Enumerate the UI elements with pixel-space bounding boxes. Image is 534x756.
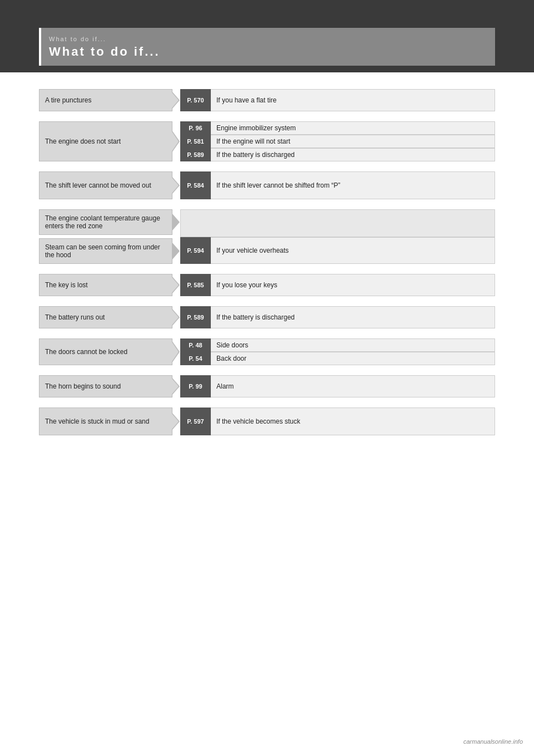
left-cell-battery: The battery runs out bbox=[39, 306, 172, 328]
page-num-overheat: P. 594 bbox=[180, 237, 211, 264]
left-cell-tire: A tire punctures bbox=[39, 89, 172, 111]
page-num-engine-3: P. 589 bbox=[180, 148, 211, 161]
left-label-shift-lever: The shift lever cannot be moved out bbox=[45, 181, 151, 189]
left-cell-key-lost: The key is lost bbox=[39, 274, 172, 296]
header-subtitle: What to do if... bbox=[49, 36, 485, 42]
page-num-tire: P. 570 bbox=[180, 89, 211, 111]
left-label-tire: A tire punctures bbox=[45, 96, 91, 104]
header-title: What to do if... bbox=[49, 45, 485, 59]
combo-shift-lever: P. 584 If the shift lever cannot be shif… bbox=[180, 171, 495, 199]
page-num-battery: P. 589 bbox=[180, 306, 211, 328]
combo-tire: P. 570 If you have a flat tire bbox=[180, 89, 495, 111]
entry-horn: The horn begins to sound P. 99 Alarm bbox=[39, 375, 495, 397]
overheat-label-2: Steam can be seen coming from under the … bbox=[45, 243, 160, 259]
page-row-engine-3: P. 589 If the battery is discharged bbox=[180, 148, 495, 161]
watermark: carmanualsonline.info bbox=[463, 738, 523, 745]
page-num-horn: P. 99 bbox=[180, 375, 211, 397]
left-label-horn: The horn begins to sound bbox=[45, 382, 121, 390]
entry-stuck: The vehicle is stuck in mud or sand P. 5… bbox=[39, 408, 495, 435]
entry-shift-lever: The shift lever cannot be moved out P. 5… bbox=[39, 171, 495, 199]
entry-overheat: The engine coolant temperature gauge ent… bbox=[39, 209, 495, 264]
page-row-doors-1: P. 48 Side doors bbox=[180, 338, 495, 352]
desc-battery: If the battery is discharged bbox=[211, 306, 495, 328]
page-row-engine-2: P. 581 If the engine will not start bbox=[180, 135, 495, 148]
top-band: What to do if... What to do if... bbox=[0, 0, 534, 72]
entry-doors-locked: The doors cannot be locked P. 48 Side do… bbox=[39, 338, 495, 365]
left-cell-stuck: The vehicle is stuck in mud or sand bbox=[39, 408, 172, 435]
left-label-key-lost: The key is lost bbox=[45, 281, 88, 289]
desc-doors-1: Side doors bbox=[211, 338, 495, 352]
desc-horn: Alarm bbox=[211, 375, 495, 397]
desc-tire: If you have a flat tire bbox=[211, 89, 495, 111]
entry-key-lost: The key is lost P. 585 If you lose your … bbox=[39, 274, 495, 296]
left-cell-doors: The doors cannot be locked bbox=[39, 338, 172, 365]
page-row-doors-2: P. 54 Back door bbox=[180, 352, 495, 365]
left-cell-shift-lever: The shift lever cannot be moved out bbox=[39, 171, 172, 199]
page-num-doors-2: P. 54 bbox=[180, 352, 211, 365]
desc-engine-2: If the engine will not start bbox=[211, 135, 495, 148]
combo-key-lost: P. 585 If you lose your keys bbox=[180, 274, 495, 296]
desc-key: If you lose your keys bbox=[211, 274, 495, 296]
page-num-shift: P. 584 bbox=[180, 171, 211, 199]
desc-doors-2: Back door bbox=[211, 352, 495, 365]
entry-tire: A tire punctures P. 570 If you have a fl… bbox=[39, 89, 495, 111]
left-cell-engine-no-start: The engine does not start bbox=[39, 121, 172, 161]
desc-engine-1: Engine immobilizer system bbox=[211, 121, 495, 135]
combo-battery: P. 589 If the battery is discharged bbox=[180, 306, 495, 328]
right-doors: P. 48 Side doors P. 54 Back door bbox=[180, 338, 495, 365]
page-num-stuck: P. 597 bbox=[180, 408, 211, 435]
overheat-left-item-1: The engine coolant temperature gauge ent… bbox=[39, 209, 172, 235]
combo-stuck: P. 597 If the vehicle becomes stuck bbox=[180, 408, 495, 435]
overheat-left-col: The engine coolant temperature gauge ent… bbox=[39, 209, 172, 264]
overheat-page-row: P. 594 If your vehicle overheats bbox=[180, 237, 495, 264]
entry-battery: The battery runs out P. 589 If the batte… bbox=[39, 306, 495, 328]
page-num-doors-1: P. 48 bbox=[180, 338, 211, 352]
left-cell-horn: The horn begins to sound bbox=[39, 375, 172, 397]
main-content: A tire punctures P. 570 If you have a fl… bbox=[0, 72, 534, 474]
entry-engine-no-start: The engine does not start P. 96 Engine i… bbox=[39, 121, 495, 161]
desc-engine-3: If the battery is discharged bbox=[211, 148, 495, 161]
page-row-engine-1: P. 96 Engine immobilizer system bbox=[180, 121, 495, 135]
left-label-engine-no-start: The engine does not start bbox=[45, 138, 121, 145]
overheat-label-1: The engine coolant temperature gauge ent… bbox=[45, 214, 160, 230]
combo-horn: P. 99 Alarm bbox=[180, 375, 495, 397]
header-box: What to do if... What to do if... bbox=[39, 28, 495, 66]
desc-shift: If the shift lever cannot be shifted fro… bbox=[211, 171, 495, 199]
desc-stuck: If the vehicle becomes stuck bbox=[211, 408, 495, 435]
right-engine-no-start: P. 96 Engine immobilizer system P. 581 I… bbox=[180, 121, 495, 161]
desc-overheat: If your vehicle overheats bbox=[211, 237, 495, 264]
overheat-spacer bbox=[180, 209, 495, 237]
overheat-right: P. 594 If your vehicle overheats bbox=[180, 209, 495, 264]
page-num-engine-2: P. 581 bbox=[180, 135, 211, 148]
page-num-key: P. 585 bbox=[180, 274, 211, 296]
page-num-engine-1: P. 96 bbox=[180, 121, 211, 135]
left-label-stuck: The vehicle is stuck in mud or sand bbox=[45, 418, 149, 425]
left-label-battery: The battery runs out bbox=[45, 313, 105, 321]
overheat-left-item-2: Steam can be seen coming from under the … bbox=[39, 238, 172, 264]
left-label-doors: The doors cannot be locked bbox=[45, 348, 127, 356]
